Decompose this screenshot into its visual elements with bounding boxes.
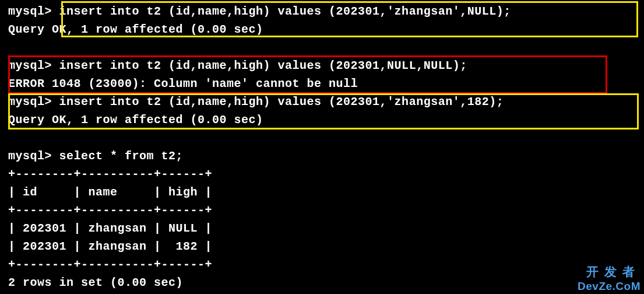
table-border-top: +--------+----------+------+ [8,165,644,183]
terminal-line: mysql> select * from t2; [8,147,644,165]
sql-command-3: insert into t2 (id,name,high) values (20… [59,95,504,108]
query-result-ok-2: Query OK, 1 row affected (0.00 sec) [8,111,644,129]
sql-command-1: insert into t2 (id,name,high) values (20… [59,5,511,18]
terminal-line: mysql> insert into t2 (id,name,high) val… [8,93,644,111]
blank-line [8,38,644,57]
mysql-prompt: mysql> [8,95,52,108]
sql-command-4: select * from t2; [59,149,184,163]
sql-command-2: insert into t2 (id,name,high) values (20… [59,59,467,72]
table-row: | 202301 | zhangsan | NULL | [8,219,644,237]
query-result-ok-1: Query OK, 1 row affected (0.00 sec) [8,20,644,38]
mysql-prompt: mysql> [8,149,52,163]
blank-line [8,129,644,147]
mysql-prompt: mysql> [8,59,52,72]
terminal-line: mysql> insert into t2 (id,name,high) val… [8,2,644,20]
query-result-error: ERROR 1048 (23000): Column 'name' cannot… [8,75,644,93]
table-border-bottom: +--------+----------+------+ [8,256,644,274]
mysql-prompt: mysql> [8,5,52,18]
table-header: | id | name | high | [8,183,644,201]
table-row: | 202301 | zhangsan | 182 | [8,237,644,256]
rows-summary: 2 rows in set (0.00 sec) [8,274,644,292]
table-border-mid: +--------+----------+------+ [8,201,644,219]
terminal-line: mysql> insert into t2 (id,name,high) val… [8,57,644,75]
